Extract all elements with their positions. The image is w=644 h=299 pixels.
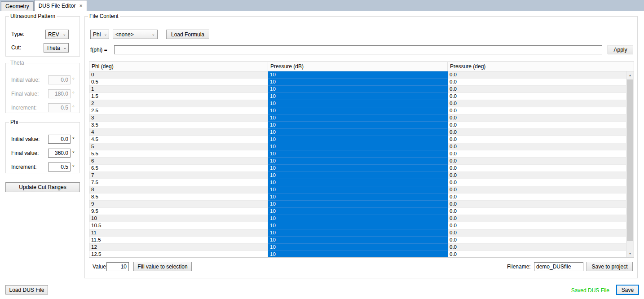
table-row[interactable]: 10.5100.0: [89, 222, 626, 229]
table-cell[interactable]: 11: [89, 229, 268, 237]
table-cell[interactable]: 10: [268, 222, 448, 229]
table-cell[interactable]: 11.5: [89, 237, 268, 244]
table-cell[interactable]: 10: [268, 107, 448, 114]
table-cell[interactable]: 0.0: [448, 143, 626, 150]
tab-geometry[interactable]: Geometry: [1, 1, 34, 11]
formula-input[interactable]: [114, 45, 602, 54]
table-cell[interactable]: 8: [89, 186, 268, 193]
table-cell[interactable]: 10: [268, 100, 448, 107]
value-input[interactable]: [106, 262, 129, 271]
apply-button[interactable]: Apply: [608, 45, 633, 54]
table-cell[interactable]: 0.5: [89, 79, 268, 86]
table-cell[interactable]: 4.5: [89, 136, 268, 143]
table-cell[interactable]: 0.0: [448, 136, 626, 143]
table-row[interactable]: 8100.0: [89, 186, 626, 193]
table-cell[interactable]: 10: [268, 114, 448, 122]
table-cell[interactable]: 0.0: [448, 129, 626, 136]
table-cell[interactable]: 0.0: [448, 229, 626, 237]
table-cell[interactable]: 0.0: [448, 251, 626, 257]
scroll-thumb[interactable]: [627, 79, 633, 241]
table-cell[interactable]: 10: [268, 143, 448, 150]
table-cell[interactable]: 10: [89, 215, 268, 222]
table-cell[interactable]: 10.5: [89, 222, 268, 229]
cut-select[interactable]: Theta ⌄: [44, 43, 69, 53]
filename-input[interactable]: [534, 262, 583, 271]
table-cell[interactable]: 0.0: [448, 100, 626, 107]
table-row[interactable]: 1.5100.0: [89, 93, 626, 100]
table-cell[interactable]: 2.5: [89, 107, 268, 114]
table-cell[interactable]: 10: [268, 244, 448, 251]
variable-select[interactable]: Phi ⌄: [90, 30, 109, 39]
scroll-down-icon[interactable]: ▼: [626, 250, 634, 257]
table-cell[interactable]: 0.0: [448, 215, 626, 222]
load-dus-file-button[interactable]: Load DUS File: [5, 285, 48, 295]
table-row[interactable]: 7100.0: [89, 172, 626, 179]
table-cell[interactable]: 10: [268, 193, 448, 201]
table-cell[interactable]: 10: [268, 158, 448, 165]
table-cell[interactable]: 5.5: [89, 150, 268, 158]
table-cell[interactable]: 2: [89, 100, 268, 107]
table-row[interactable]: 10100.0: [89, 215, 626, 222]
table-cell[interactable]: 0.0: [448, 179, 626, 186]
table-cell[interactable]: 9: [89, 201, 268, 208]
table-cell[interactable]: 10: [268, 179, 448, 186]
table-cell[interactable]: 10: [268, 79, 448, 86]
table-cell[interactable]: 1.5: [89, 93, 268, 100]
table-cell[interactable]: 10: [268, 165, 448, 172]
table-cell[interactable]: 0.0: [448, 71, 626, 79]
table-cell[interactable]: 6.5: [89, 165, 268, 172]
table-cell[interactable]: 0.0: [448, 165, 626, 172]
table-cell[interactable]: 10: [268, 129, 448, 136]
table-cell[interactable]: 9.5: [89, 208, 268, 215]
table-cell[interactable]: 0.0: [448, 114, 626, 122]
phi-increment-input[interactable]: [48, 163, 71, 171]
table-cell[interactable]: 0.0: [448, 201, 626, 208]
table-row[interactable]: 1100.0: [89, 86, 626, 93]
table-cell[interactable]: 10: [268, 136, 448, 143]
table-cell[interactable]: 10: [268, 208, 448, 215]
update-cut-ranges-button[interactable]: Update Cut Ranges: [5, 182, 80, 192]
table-cell[interactable]: 10: [268, 71, 448, 79]
table-cell[interactable]: 10: [268, 251, 448, 257]
table-cell[interactable]: 0.0: [448, 107, 626, 114]
type-select[interactable]: REV ⌄: [45, 30, 69, 39]
table-cell[interactable]: 10: [268, 201, 448, 208]
table-row[interactable]: 11100.0: [89, 229, 626, 237]
table-cell[interactable]: 10: [268, 150, 448, 158]
table-cell[interactable]: 7: [89, 172, 268, 179]
table-cell[interactable]: 4: [89, 129, 268, 136]
table-cell[interactable]: 5: [89, 143, 268, 150]
table-cell[interactable]: 0.0: [448, 172, 626, 179]
table-row[interactable]: 12.5100.0: [89, 251, 626, 257]
table-row[interactable]: 11.5100.0: [89, 237, 626, 244]
table-cell[interactable]: 10: [268, 93, 448, 100]
table-cell[interactable]: 0.0: [448, 208, 626, 215]
table-cell[interactable]: 10: [268, 122, 448, 129]
table-cell[interactable]: 0.0: [448, 158, 626, 165]
table-cell[interactable]: 0.0: [448, 244, 626, 251]
table-cell[interactable]: 3.5: [89, 122, 268, 129]
table-row[interactable]: 3.5100.0: [89, 122, 626, 129]
table-row[interactable]: 3100.0: [89, 114, 626, 122]
table-row[interactable]: 7.5100.0: [89, 179, 626, 186]
table-row[interactable]: 9.5100.0: [89, 208, 626, 215]
phi-final-input[interactable]: [48, 149, 71, 158]
table-cell[interactable]: 8.5: [89, 193, 268, 201]
table-cell[interactable]: 10: [268, 86, 448, 93]
table-cell[interactable]: 12: [89, 244, 268, 251]
column-header-pressure-deg[interactable]: Pressure (deg): [448, 62, 634, 71]
table-cell[interactable]: 0.0: [448, 237, 626, 244]
column-header-phi[interactable]: Phi (deg): [89, 62, 268, 71]
table-cell[interactable]: 0.0: [448, 222, 626, 229]
table-cell[interactable]: 1: [89, 86, 268, 93]
table-cell[interactable]: 0.0: [448, 150, 626, 158]
tab-dus-file-editor[interactable]: DUS File Editor ✕: [34, 0, 87, 11]
save-to-project-button[interactable]: Save to project: [587, 262, 633, 271]
table-cell[interactable]: 0.0: [448, 79, 626, 86]
column-header-pressure-db[interactable]: Pressure (dB): [268, 62, 448, 71]
table-row[interactable]: 4100.0: [89, 129, 626, 136]
table-cell[interactable]: 12.5: [89, 251, 268, 257]
table-cell[interactable]: 0: [89, 71, 268, 79]
table-row[interactable]: 2100.0: [89, 100, 626, 107]
table-row[interactable]: 12100.0: [89, 244, 626, 251]
